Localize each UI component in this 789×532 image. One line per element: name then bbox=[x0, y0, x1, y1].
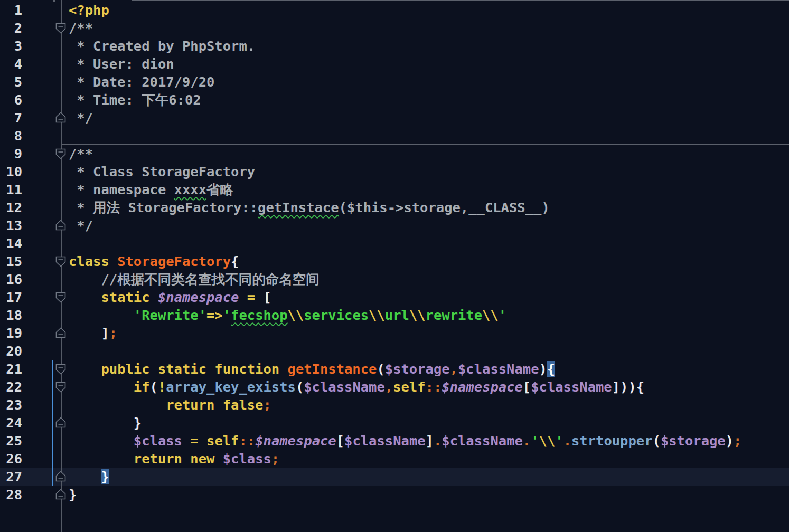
code-token: $namespace bbox=[442, 379, 523, 395]
code-line[interactable]: 20 bbox=[0, 342, 789, 360]
code-line[interactable]: 6 * Time: 下午6:02 bbox=[0, 91, 789, 109]
line-number: 24 bbox=[0, 414, 22, 432]
fold-end-icon[interactable] bbox=[55, 111, 67, 124]
fold-end-icon[interactable] bbox=[55, 327, 67, 339]
fold-collapse-icon[interactable] bbox=[55, 255, 67, 268]
code-line[interactable]: 17 static $namespace = [ bbox=[0, 288, 789, 306]
code-text: } bbox=[69, 486, 77, 504]
code-line[interactable]: 4 * User: dion bbox=[0, 55, 789, 73]
code-token: 'Rewrite' bbox=[134, 307, 206, 323]
code-line[interactable]: 13 */ bbox=[0, 216, 789, 234]
code-line[interactable]: 19 ]; bbox=[0, 324, 789, 342]
fold-end-icon[interactable] bbox=[55, 488, 67, 501]
code-line[interactable]: 18 'Rewrite'=>'fecshop\\services\\url\\r… bbox=[0, 306, 789, 324]
top-border-line bbox=[132, 0, 789, 1]
fold-collapse-icon[interactable] bbox=[55, 147, 67, 160]
fold-end-icon[interactable] bbox=[55, 470, 67, 483]
code-line[interactable]: 3 * Created by PhpStorm. bbox=[0, 37, 789, 55]
code-text: $class = self::$namespace[$className].$c… bbox=[69, 432, 741, 450]
code-line[interactable]: 27 } bbox=[0, 468, 789, 486]
code-token: url bbox=[385, 307, 409, 323]
code-line[interactable]: 7 */ bbox=[0, 109, 789, 127]
code-line[interactable]: 21 public static function getInstance($s… bbox=[0, 360, 789, 378]
code-token: \\ bbox=[539, 433, 556, 449]
code-line[interactable]: 12 * 用法 StorageFactory::getInstace($this… bbox=[0, 198, 789, 216]
fold-collapse-icon[interactable] bbox=[55, 381, 67, 393]
fold-end-icon[interactable] bbox=[55, 219, 67, 232]
code-line[interactable]: 5 * Date: 2017/9/20 bbox=[0, 73, 789, 91]
fold-end-icon[interactable] bbox=[55, 416, 67, 429]
fold-collapse-icon[interactable] bbox=[55, 363, 67, 375]
code-token: rewrite bbox=[426, 307, 482, 323]
line-number: 6 bbox=[0, 91, 22, 109]
code-text: */ bbox=[69, 109, 93, 127]
fold-collapse-icon[interactable] bbox=[55, 291, 67, 303]
code-token: /** bbox=[69, 20, 93, 36]
code-line[interactable]: 23 return false; bbox=[0, 396, 789, 414]
matched-brace: } bbox=[101, 469, 109, 484]
code-token: = bbox=[247, 289, 255, 305]
code-line[interactable]: 1<?php bbox=[0, 1, 789, 19]
code-token: ' bbox=[499, 307, 506, 323]
code-token: 省略 bbox=[206, 182, 233, 197]
code-line[interactable]: 22 if(!array_key_exists($className,self:… bbox=[0, 378, 789, 396]
line-number: 22 bbox=[0, 378, 22, 396]
code-token: ) bbox=[726, 433, 734, 449]
code-line[interactable]: 26 return new $class; bbox=[0, 450, 789, 468]
code-token: ] bbox=[426, 433, 434, 449]
code-token bbox=[69, 451, 134, 467]
code-token bbox=[69, 289, 101, 305]
code-token bbox=[69, 433, 134, 449]
code-token: ( bbox=[377, 361, 384, 377]
code-token bbox=[69, 397, 166, 413]
code-text: public static function getInstance($stor… bbox=[69, 360, 555, 378]
code-line[interactable]: 14 bbox=[0, 234, 789, 252]
code-token: ($this->storage,__CLASS__) bbox=[339, 200, 550, 215]
code-token: } bbox=[69, 487, 77, 502]
code-token: :: bbox=[239, 433, 255, 449]
code-token: \\ bbox=[369, 307, 385, 323]
code-line[interactable]: 8 bbox=[0, 127, 789, 145]
code-text: class StorageFactory{ bbox=[69, 252, 239, 270]
line-number: 19 bbox=[0, 324, 22, 342]
code-token: * User: dion bbox=[69, 56, 174, 72]
code-line[interactable]: 28} bbox=[0, 486, 789, 504]
code-token: */ bbox=[69, 217, 93, 233]
line-number: 8 bbox=[0, 127, 22, 145]
code-token: $className bbox=[531, 379, 612, 395]
code-token: return false bbox=[166, 397, 263, 413]
code-line[interactable]: 10 * Class StorageFactory bbox=[0, 163, 789, 180]
line-number: 18 bbox=[0, 306, 22, 324]
code-text: return false; bbox=[69, 396, 271, 414]
code-token bbox=[199, 433, 206, 449]
code-token bbox=[69, 361, 101, 377]
code-line[interactable]: 15class StorageFactory{ bbox=[0, 252, 789, 270]
code-token: fecshop bbox=[231, 307, 287, 323]
code-token: ] bbox=[101, 325, 109, 341]
code-token: . bbox=[523, 433, 531, 449]
code-editor[interactable]: 1<?php2/**3 * Created by PhpStorm.4 * Us… bbox=[0, 0, 789, 532]
code-line[interactable]: 2/** bbox=[0, 19, 789, 37]
code-text: * namespace xxxx省略 bbox=[69, 180, 233, 198]
code-line[interactable]: 25 $class = self::$namespace[$className]… bbox=[0, 432, 789, 450]
code-token: * Date: 2017/9/20 bbox=[69, 74, 214, 90]
code-line[interactable]: 9/** bbox=[0, 145, 789, 163]
code-token: $storage bbox=[661, 433, 726, 449]
code-token: * namespace bbox=[69, 182, 174, 197]
code-token: $className bbox=[304, 379, 385, 395]
code-text: } bbox=[69, 414, 142, 432]
code-token bbox=[69, 325, 101, 341]
code-text: 'Rewrite'=>'fecshop\\services\\url\\rewr… bbox=[69, 306, 506, 324]
fold-collapse-icon[interactable] bbox=[55, 22, 67, 34]
code-line[interactable]: 24 } bbox=[0, 414, 789, 432]
code-token: ; bbox=[263, 397, 271, 413]
code-line[interactable]: 16 //根据不同类名查找不同的命名空间 bbox=[0, 270, 789, 288]
code-token bbox=[69, 271, 101, 287]
code-token: $class bbox=[134, 433, 182, 449]
code-token: \\ bbox=[288, 307, 304, 323]
code-text: ]; bbox=[69, 324, 117, 342]
code-token: ' bbox=[531, 433, 539, 449]
code-token: , bbox=[385, 379, 393, 395]
code-line[interactable]: 11 * namespace xxxx省略 bbox=[0, 180, 789, 198]
code-token: * Time: 下午6:02 bbox=[69, 92, 201, 108]
